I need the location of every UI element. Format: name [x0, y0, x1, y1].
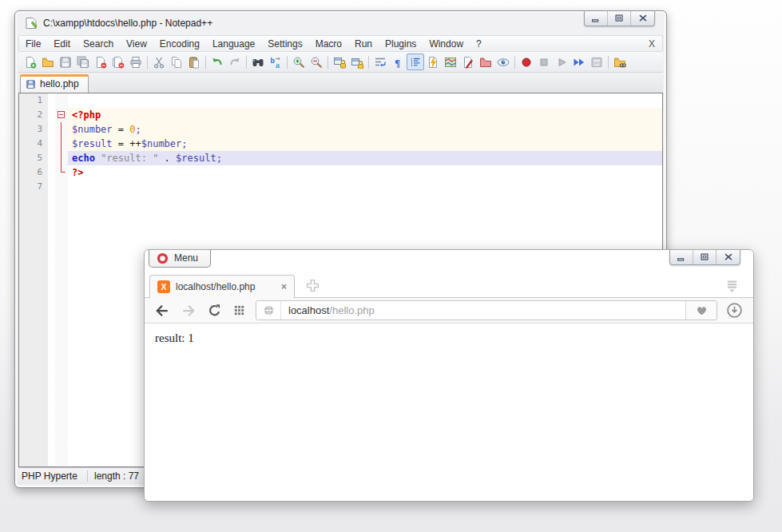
- toolbar-separator: [246, 56, 247, 69]
- macro-play-button[interactable]: [553, 54, 570, 70]
- notepadpp-titlebar[interactable]: C:\xampp\htdocs\hello.php - Notepad++: [18, 11, 663, 35]
- menu-file[interactable]: File: [19, 38, 47, 50]
- sync-vertical-button[interactable]: [331, 54, 348, 70]
- forward-button[interactable]: [181, 304, 196, 318]
- bookmark-margin[interactable]: [48, 137, 55, 151]
- downloads-icon[interactable]: [726, 302, 743, 319]
- close-all-button[interactable]: [109, 54, 127, 70]
- code-line-5[interactable]: 5echo "result: " . $result;: [19, 151, 662, 165]
- save-button[interactable]: [57, 54, 74, 70]
- code-text: $result = ++$number;: [68, 137, 662, 151]
- print-button[interactable]: [127, 54, 145, 70]
- bookmark-margin[interactable]: [48, 108, 55, 122]
- code-line-4[interactable]: 4$result = ++$number;: [19, 137, 662, 151]
- cut-button[interactable]: [150, 54, 168, 70]
- url-text[interactable]: localhost/hello.php: [281, 304, 685, 316]
- view-eye-button[interactable]: [494, 54, 512, 70]
- tab-menu-icon[interactable]: [725, 280, 739, 293]
- bookmark-margin[interactable]: [48, 180, 55, 194]
- toolbar-separator: [147, 56, 148, 69]
- opera-close-button[interactable]: [717, 250, 740, 264]
- tab-close-icon[interactable]: ×: [281, 281, 287, 292]
- address-bar[interactable]: localhost/hello.php: [256, 300, 717, 320]
- undo-button[interactable]: [208, 54, 226, 70]
- reload-button[interactable]: [208, 304, 221, 317]
- document-map-button[interactable]: [442, 54, 459, 70]
- back-button[interactable]: [155, 304, 169, 318]
- opera-titlebar[interactable]: Menu: [145, 250, 753, 271]
- find-button[interactable]: [249, 54, 267, 70]
- open-file-button[interactable]: [39, 54, 57, 70]
- window-title: C:\xampp\htdocs\hello.php - Notepad++: [43, 18, 212, 29]
- bookmark-margin[interactable]: [48, 93, 55, 108]
- menu-search[interactable]: Search: [77, 38, 120, 50]
- copy-button[interactable]: [168, 54, 185, 70]
- menu-window[interactable]: Window: [423, 38, 470, 50]
- fold-marker[interactable]: [55, 122, 68, 137]
- speed-dial-icon[interactable]: [233, 304, 245, 316]
- menu-macro[interactable]: Macro: [309, 38, 348, 50]
- document-switcher-button[interactable]: [459, 54, 477, 70]
- toolbar-separator: [287, 56, 288, 69]
- bookmark-margin[interactable]: [48, 151, 55, 165]
- indent-guide-button[interactable]: [407, 54, 424, 70]
- tab-localhost-hello-php[interactable]: X localhost/hello.php ×: [149, 275, 295, 298]
- macro-run-multiple-button[interactable]: [570, 54, 588, 70]
- site-globe-icon[interactable]: [256, 301, 281, 320]
- tab-hello-php[interactable]: hello.php: [20, 74, 89, 93]
- macro-save-button[interactable]: [588, 54, 605, 70]
- notepad-minimize-button[interactable]: [585, 11, 608, 26]
- code-line-7[interactable]: 7: [19, 180, 662, 194]
- notepad-close-button[interactable]: [631, 11, 654, 26]
- code-line-6[interactable]: 6?>: [19, 165, 662, 180]
- function-list-button[interactable]: [424, 54, 442, 70]
- line-number: 3: [19, 122, 48, 137]
- replace-button[interactable]: ba: [267, 54, 284, 70]
- redo-button[interactable]: [226, 54, 244, 70]
- open-containing-folder-button[interactable]: [611, 54, 629, 70]
- line-number: 6: [19, 165, 48, 180]
- menu-settings[interactable]: Settings: [261, 38, 308, 50]
- paste-button[interactable]: [185, 54, 203, 70]
- opera-logo-icon: [157, 252, 169, 264]
- menu-language[interactable]: Language: [206, 38, 261, 50]
- macro-stop-button[interactable]: [535, 54, 553, 70]
- code-line-1[interactable]: 1: [19, 93, 662, 108]
- code-line-2[interactable]: 2<?php: [19, 108, 662, 122]
- opera-minimize-button[interactable]: [670, 250, 693, 264]
- sync-horizontal-button[interactable]: [348, 54, 366, 70]
- opera-menu-button[interactable]: Menu: [149, 249, 211, 268]
- menu-plugins[interactable]: Plugins: [379, 38, 423, 50]
- zoom-out-button[interactable]: [308, 54, 325, 70]
- menubar-close-icon[interactable]: X: [649, 38, 662, 50]
- code-line-3[interactable]: 3$number = 0;: [19, 122, 662, 137]
- fold-marker[interactable]: [55, 137, 68, 151]
- macro-record-button[interactable]: [518, 54, 535, 70]
- code-text: $number = 0;: [68, 122, 662, 137]
- bookmark-margin[interactable]: [48, 165, 55, 180]
- notepadpp-tabbar: hello.php: [18, 73, 663, 93]
- notepad-restore-button[interactable]: [608, 11, 631, 26]
- fold-marker[interactable]: [55, 108, 68, 122]
- menu-encoding[interactable]: Encoding: [153, 38, 206, 50]
- menu-run[interactable]: Run: [348, 38, 379, 50]
- toolbar-separator: [514, 56, 515, 69]
- menu-view[interactable]: View: [120, 38, 153, 50]
- word-wrap-button[interactable]: [371, 54, 389, 70]
- close-file-button[interactable]: [92, 54, 109, 70]
- save-all-button[interactable]: [74, 54, 92, 70]
- new-file-button[interactable]: [22, 54, 39, 70]
- fold-marker[interactable]: [55, 165, 68, 180]
- opera-restore-button[interactable]: [693, 250, 717, 264]
- bookmark-margin[interactable]: [48, 122, 55, 137]
- folder-close-button[interactable]: [477, 54, 494, 70]
- show-all-chars-button[interactable]: ¶: [389, 54, 407, 70]
- fold-marker[interactable]: [55, 151, 68, 165]
- new-tab-button[interactable]: [306, 279, 320, 292]
- menu-help[interactable]: ?: [470, 38, 488, 50]
- code-text: echo "result: " . $result;: [68, 151, 662, 165]
- menu-edit[interactable]: Edit: [47, 38, 77, 50]
- zoom-in-button[interactable]: [290, 54, 308, 70]
- line-number: 7: [19, 180, 48, 194]
- bookmark-heart-icon[interactable]: [685, 301, 717, 320]
